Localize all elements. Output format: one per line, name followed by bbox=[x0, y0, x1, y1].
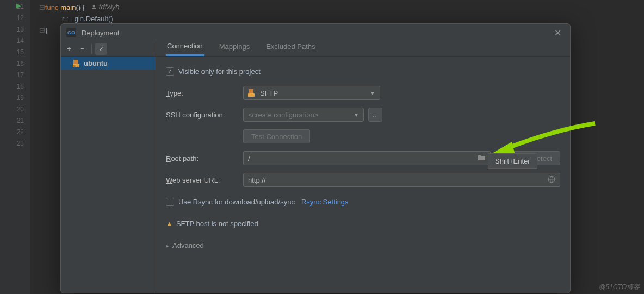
line-number: 23 bbox=[0, 138, 24, 149]
apply-button[interactable]: ✓ bbox=[95, 43, 107, 55]
advanced-expander[interactable]: Advanced bbox=[166, 241, 204, 249]
tab-excluded[interactable]: Excluded Paths bbox=[265, 39, 316, 56]
line-number: 22 bbox=[0, 127, 24, 138]
tab-connection[interactable]: Connection bbox=[166, 39, 204, 56]
tabs: Connection Mappings Excluded Paths bbox=[156, 41, 570, 57]
root-path-label: Root path: bbox=[166, 154, 243, 162]
svg-rect-5 bbox=[248, 93, 255, 97]
warning-icon: ▲ bbox=[166, 220, 173, 228]
folder-icon[interactable] bbox=[478, 154, 486, 162]
code-text: r := gin.Default() bbox=[30, 13, 644, 24]
deployment-dialog: GO Deployment ✕ + − ✓ SFTP ubuntu Connec… bbox=[60, 23, 571, 293]
func-name: main bbox=[60, 3, 76, 11]
add-button[interactable]: + bbox=[63, 43, 75, 55]
checkbox-icon bbox=[166, 67, 174, 76]
warning-text: SFTP host is not specified bbox=[176, 220, 258, 228]
visible-only-checkbox[interactable]: Visible only for this project bbox=[166, 67, 261, 76]
server-label: ubuntu bbox=[84, 59, 108, 67]
rsync-checkbox[interactable]: Use Rsync for download/upload/sync bbox=[166, 198, 295, 206]
chevron-down-icon: ▼ bbox=[370, 90, 375, 96]
line-number: 12 bbox=[0, 12, 24, 24]
checkbox-icon bbox=[166, 198, 174, 206]
watermark: @51CTO博客 bbox=[599, 283, 640, 292]
rsync-settings-link[interactable]: Rsync Settings bbox=[301, 198, 349, 206]
sftp-icon bbox=[248, 89, 257, 97]
web-url-field[interactable]: http:// bbox=[243, 173, 560, 187]
code-text: () { bbox=[76, 3, 85, 11]
connection-form: Visible only for this project Type: SFTP… bbox=[156, 57, 570, 260]
line-number: 14 bbox=[0, 35, 24, 47]
line-number: 13 bbox=[0, 24, 24, 35]
line-number: 16 bbox=[0, 58, 24, 70]
sidebar-toolbar: + − ✓ bbox=[61, 41, 156, 57]
line-number: 15 bbox=[0, 47, 24, 58]
fold-end-icon[interactable]: ⊟ bbox=[39, 26, 45, 34]
remove-button[interactable]: − bbox=[76, 43, 88, 55]
keyword: func bbox=[45, 3, 59, 11]
line-number: 21 bbox=[0, 115, 24, 127]
author-annotation: tdfxlyh bbox=[91, 1, 120, 12]
svg-rect-4 bbox=[249, 89, 253, 93]
ssh-config-label: SSH configuration: bbox=[166, 111, 243, 119]
web-url-value: http:// bbox=[248, 176, 266, 184]
ssh-browse-button[interactable]: ... bbox=[368, 108, 382, 122]
web-url-label: Web server URL: bbox=[166, 176, 243, 184]
globe-icon[interactable] bbox=[548, 176, 555, 185]
tab-mappings[interactable]: Mappings bbox=[218, 39, 251, 56]
separator bbox=[91, 44, 92, 54]
shortcut-tooltip: Shift+Enter bbox=[488, 153, 537, 169]
type-label: Type: bbox=[166, 89, 243, 97]
line-number: 19 bbox=[0, 92, 24, 104]
type-value: SFTP bbox=[260, 89, 278, 97]
line-number: 18 bbox=[0, 81, 24, 92]
ssh-placeholder: <create configuration> bbox=[248, 111, 318, 119]
svg-rect-1 bbox=[73, 60, 78, 64]
server-item-ubuntu[interactable]: SFTP ubuntu bbox=[61, 57, 156, 70]
type-select[interactable]: SFTP ▼ bbox=[243, 86, 380, 100]
line-gutter: 11 12 13 14 15 16 17 18 19 20 21 22 23 bbox=[0, 0, 30, 294]
run-gutter-icon[interactable]: ▶ bbox=[16, 2, 21, 9]
fold-icon[interactable]: ⊟ bbox=[39, 3, 45, 11]
close-icon[interactable]: ✕ bbox=[551, 26, 565, 40]
root-path-field[interactable]: / bbox=[243, 151, 491, 165]
line-number: 17 bbox=[0, 70, 24, 81]
rsync-label: Use Rsync for download/upload/sync bbox=[178, 198, 295, 206]
ssh-config-select[interactable]: <create configuration> ▼ bbox=[243, 108, 364, 122]
main-panel: Connection Mappings Excluded Paths Visib… bbox=[156, 41, 570, 293]
sftp-server-icon: SFTP bbox=[73, 60, 81, 66]
code-text: } bbox=[45, 26, 47, 34]
checkbox-label: Visible only for this project bbox=[178, 67, 261, 76]
chevron-down-icon: ▼ bbox=[354, 112, 359, 118]
sidebar: + − ✓ SFTP ubuntu bbox=[61, 41, 156, 293]
test-connection-button[interactable]: Test Connection bbox=[243, 129, 310, 143]
app-icon: GO bbox=[66, 28, 76, 37]
dialog-title: Deployment bbox=[82, 29, 119, 37]
line-number: 20 bbox=[0, 104, 24, 115]
svg-text:SFTP: SFTP bbox=[73, 64, 81, 67]
svg-point-0 bbox=[93, 5, 95, 7]
root-path-value: / bbox=[248, 154, 250, 162]
